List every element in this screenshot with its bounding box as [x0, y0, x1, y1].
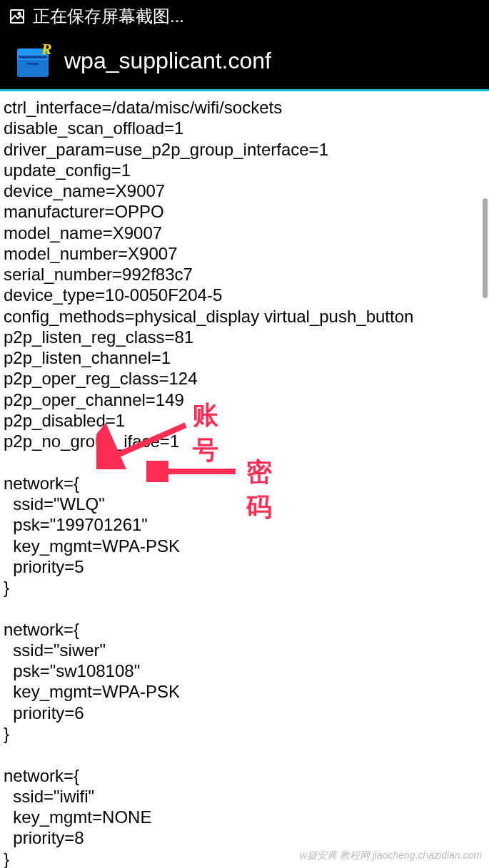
app-header: R wpa_supplicant.conf	[0, 33, 489, 91]
scrollbar[interactable]	[483, 198, 488, 298]
page-title: wpa_supplicant.conf	[64, 48, 271, 74]
content-area[interactable]: ctrl_interface=/data/misc/wifi/sockets d…	[0, 91, 489, 866]
status-text: 正在保存屏幕截图...	[33, 5, 184, 28]
status-bar: 正在保存屏幕截图...	[0, 0, 489, 33]
svg-rect-5	[27, 63, 39, 65]
svg-text:R: R	[41, 43, 51, 58]
picture-icon	[9, 8, 26, 25]
app-icon[interactable]: R	[14, 43, 51, 80]
watermark: w摄安典 教程网 jiaocheng.chazidian.com	[300, 849, 482, 862]
file-content[interactable]: ctrl_interface=/data/misc/wifi/sockets d…	[4, 97, 485, 868]
svg-point-1	[19, 13, 21, 15]
